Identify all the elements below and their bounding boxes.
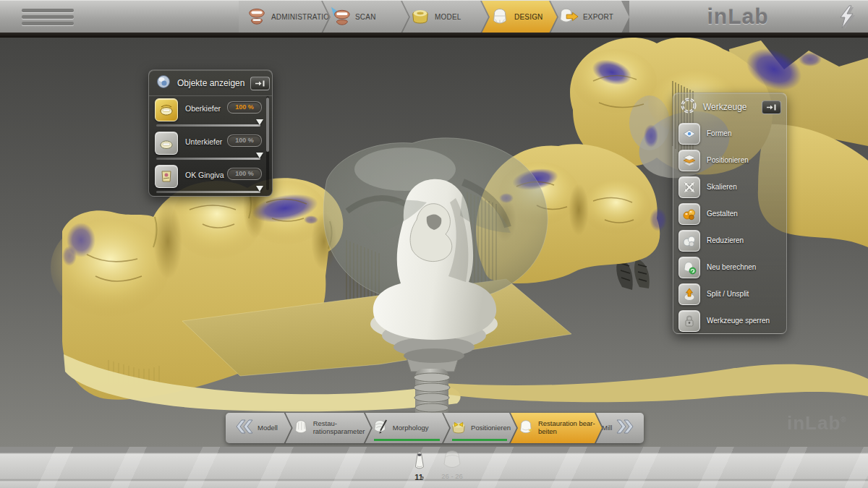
scan-dentures-icon bbox=[330, 6, 352, 29]
step-positionieren[interactable]: Positionieren bbox=[443, 413, 516, 443]
dock-panel-button[interactable] bbox=[762, 100, 781, 114]
phase-label: SCAN bbox=[355, 13, 376, 21]
phase-label: MODEL bbox=[435, 13, 461, 21]
show-objects-icon bbox=[156, 74, 171, 93]
inlab-app-window: ADMINISTRATION SCAN bbox=[0, 0, 868, 488]
tool-reduzieren[interactable]: Reduzieren bbox=[673, 227, 786, 254]
restoration-tab-26-26[interactable]: 26 - 26 bbox=[434, 448, 470, 480]
objects-panel-header: Objekte anzeigen bbox=[149, 70, 272, 96]
top-bar: ADMINISTRATION SCAN bbox=[0, 0, 868, 33]
object-row-ok-gingiva: OK Gingiva 100 % bbox=[155, 163, 262, 196]
strip-handle-dot bbox=[420, 476, 424, 479]
design-step-bar: Modell Restau- rationsparameter bbox=[226, 413, 644, 443]
tools-panel: Werkzeuge Formen bbox=[673, 93, 787, 334]
object-label: Unterkiefer bbox=[185, 137, 222, 146]
unterkiefer-visibility-button[interactable] bbox=[155, 132, 178, 155]
tool-skalieren[interactable]: Skalieren bbox=[673, 174, 786, 200]
slider-handle[interactable] bbox=[256, 153, 263, 158]
step-progress-indicator bbox=[374, 439, 440, 441]
objects-panel: Objekte anzeigen Oberkiefer 1 bbox=[148, 69, 273, 197]
phase-model[interactable]: MODEL bbox=[402, 1, 488, 33]
restoration-tab-11[interactable]: 11 bbox=[402, 450, 435, 481]
step-mill[interactable]: Mill bbox=[596, 413, 644, 443]
crown-icon bbox=[516, 417, 535, 439]
opacity-value-button[interactable]: 100 % bbox=[227, 101, 262, 114]
double-back-chevron-icon bbox=[231, 418, 255, 438]
phase-export[interactable]: EXPORT bbox=[550, 1, 629, 33]
tool-wheel-icon bbox=[680, 97, 697, 117]
workflow-phase-bar: ADMINISTRATION SCAN bbox=[239, 1, 629, 33]
menu-icon[interactable] bbox=[22, 9, 74, 28]
ok-gingiva-visibility-button[interactable] bbox=[155, 165, 178, 188]
crown-ghost-icon bbox=[440, 448, 464, 470]
tool-werkzeuge-sperren[interactable]: Werkzeuge sperren bbox=[673, 307, 786, 334]
inlab-watermark: inLab® bbox=[787, 412, 847, 435]
phase-label: ADMINISTRATION bbox=[271, 13, 335, 21]
step-morphology[interactable]: Morphology bbox=[365, 413, 449, 443]
opacity-value-button[interactable]: 100 % bbox=[227, 134, 262, 147]
step-back-modell[interactable]: Modell bbox=[226, 413, 292, 443]
opacity-value-button[interactable]: 100 % bbox=[227, 168, 262, 180]
crown-export-icon bbox=[558, 6, 579, 29]
tool-positionieren[interactable]: Positionieren bbox=[673, 147, 786, 174]
top-bar-shadow bbox=[0, 33, 868, 38]
double-forward-chevron-icon bbox=[615, 418, 638, 438]
tool-gestalten[interactable]: Gestalten bbox=[673, 200, 786, 227]
lock-icon bbox=[678, 310, 700, 332]
phase-label: DESIGN bbox=[514, 13, 543, 21]
tool-neu-berechnen[interactable]: Neu berechnen bbox=[673, 254, 786, 281]
position-block-icon bbox=[449, 417, 468, 439]
gestalten-icon bbox=[678, 203, 700, 225]
phase-scan[interactable]: SCAN bbox=[323, 1, 409, 33]
scrollbar-thumb[interactable] bbox=[266, 98, 269, 152]
step-restaurationsparameter[interactable]: Restau- rationsparameter bbox=[286, 413, 371, 443]
phase-administration[interactable]: ADMINISTRATION bbox=[239, 1, 329, 33]
object-label: Oberkiefer bbox=[185, 104, 221, 113]
objects-scrollbar[interactable] bbox=[266, 96, 269, 190]
phase-label: EXPORT bbox=[583, 13, 613, 21]
dock-panel-button[interactable] bbox=[250, 77, 270, 90]
opacity-slider[interactable] bbox=[156, 158, 260, 160]
gold-die-icon bbox=[409, 6, 431, 29]
slider-handle[interactable] bbox=[256, 119, 263, 125]
split-unsplit-icon bbox=[678, 283, 700, 305]
crown-icon bbox=[292, 417, 310, 439]
tool-formen[interactable]: Formen bbox=[673, 120, 786, 147]
inlab-logo: inLab bbox=[687, 4, 788, 29]
tool-split-unsplit[interactable]: Split / Unsplit bbox=[673, 281, 786, 307]
formen-icon bbox=[678, 123, 700, 145]
neu-berechnen-icon bbox=[678, 257, 700, 278]
step-restauration-bearbeiten[interactable]: Restauration bear- beiten bbox=[511, 413, 602, 443]
skalieren-icon bbox=[678, 176, 700, 198]
dentures-icon bbox=[246, 6, 268, 29]
step-progress-indicator bbox=[452, 439, 507, 441]
object-row-oberkiefer: Oberkiefer 100 % bbox=[155, 97, 262, 129]
phase-design[interactable]: DESIGN bbox=[482, 1, 557, 33]
lightning-icon[interactable] bbox=[833, 4, 858, 30]
reduzieren-icon bbox=[678, 230, 700, 252]
tools-panel-header: Werkzeuge bbox=[673, 93, 786, 120]
slider-handle[interactable] bbox=[256, 186, 263, 192]
object-label: OK Gingiva bbox=[185, 171, 224, 179]
crown-icon bbox=[489, 6, 511, 29]
objects-panel-title: Objekte anzeigen bbox=[177, 78, 244, 88]
abutment-icon bbox=[409, 450, 428, 471]
opacity-slider[interactable] bbox=[156, 124, 260, 127]
oberkiefer-visibility-button[interactable] bbox=[155, 98, 178, 121]
object-row-unterkiefer: Unterkiefer 100 % bbox=[155, 130, 262, 163]
tools-panel-title: Werkzeuge bbox=[703, 102, 756, 112]
positionieren-icon bbox=[678, 150, 700, 171]
viewport-3d[interactable]: inLab® Objekte anzeigen bbox=[0, 38, 868, 447]
crown-pencil-icon bbox=[371, 417, 390, 439]
opacity-slider[interactable] bbox=[156, 191, 260, 193]
